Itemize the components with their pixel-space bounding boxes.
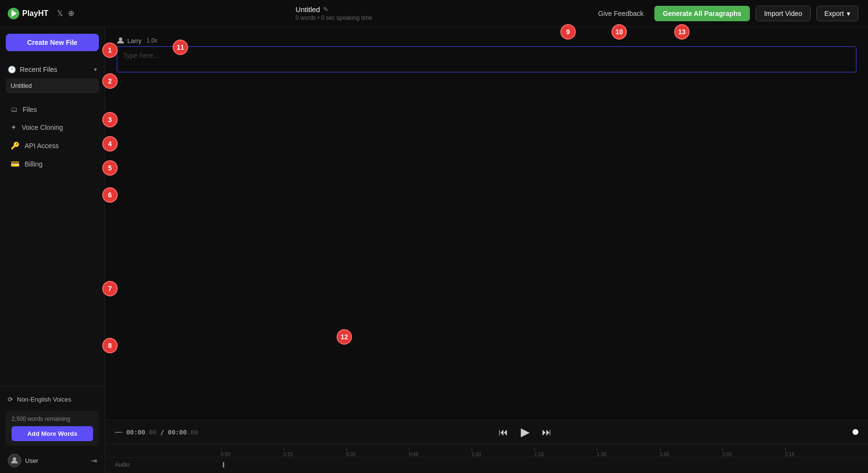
non-english-label: Non-English Voices — [17, 396, 71, 403]
app-logo-text: PlayHT — [22, 9, 48, 18]
skip-back-button[interactable]: ⏮ — [496, 426, 511, 439]
volume-control[interactable] — [853, 429, 858, 435]
timeline-marker: 0:15 — [284, 448, 346, 457]
edit-title-icon[interactable]: ✎ — [323, 6, 328, 13]
timeline-marker: 0:00 — [221, 448, 284, 457]
timeline-marker: 1:45 — [660, 448, 722, 457]
paragraph-block: Larry 1.0x — [117, 37, 856, 72]
voice-cloning-label: Voice Cloning — [22, 124, 63, 131]
transport-row: — 00:00.00 / 00:00.00 ⏮ ▶ ⏭ — [105, 420, 868, 444]
editor-area: Larry 1.0x — [105, 27, 868, 420]
skip-forward-button[interactable]: ⏭ — [539, 426, 555, 439]
audio-marker — [223, 462, 224, 468]
recent-files-section: 🕐 Recent Files ▾ Untitled — [0, 58, 105, 97]
timeline-row: 0:000:150:300:451:001:151:301:452:002:15 — [105, 444, 868, 458]
top-header: PlayHT 𝕏 ⊕ Untitled ✎ 0 words • 0 sec sp… — [0, 0, 868, 27]
timeline-marker: 2:00 — [722, 448, 785, 457]
import-video-button[interactable]: Import Video — [756, 6, 810, 21]
words-remaining-text: 2,500 words remaining — [12, 416, 93, 422]
time-current: 00:00 — [126, 429, 145, 436]
voice-selector[interactable]: Larry — [117, 37, 142, 44]
billing-label: Billing — [25, 160, 42, 168]
word-count: 0 words • 0 sec speaking time — [296, 14, 372, 21]
nav-item-api-access[interactable]: 🔑 API Access — [6, 137, 99, 154]
recent-file-item[interactable]: Untitled — [6, 78, 99, 93]
timeline-marker: 2:15 — [785, 448, 848, 457]
non-english-voices[interactable]: ⟳ Non-English Voices — [6, 392, 99, 407]
files-label: Files — [23, 106, 37, 113]
timeline-marker: 0:45 — [409, 448, 472, 457]
sidebar-nav: 🗂 Files ✦ Voice Cloning 🔑 API Access 💳 B… — [0, 97, 105, 177]
playht-logo: PlayHT — [8, 8, 48, 19]
time-display: 00:00.00 / 00:00.00 — [126, 429, 198, 436]
translate-icon: ⟳ — [8, 396, 13, 403]
twitter-icon[interactable]: 𝕏 — [57, 9, 63, 18]
minus-button[interactable]: — — [115, 428, 122, 436]
discord-icon[interactable]: ⊕ — [68, 9, 74, 18]
timeline-marker: 0:30 — [346, 448, 409, 457]
transport-controls: ⏮ ▶ ⏭ — [496, 424, 555, 440]
sidebar-bottom: ⟳ Non-English Voices 2,500 words remaini… — [0, 386, 105, 473]
content-area: Larry 1.0x — 00:00.00 / 00:00.00 — [105, 27, 868, 473]
logo-area: PlayHT 𝕏 ⊕ — [8, 8, 74, 19]
user-row: User ⇥ — [6, 450, 99, 467]
play-icon — [12, 10, 17, 17]
bottom-bar: — 00:00.00 / 00:00.00 ⏮ ▶ ⏭ — [105, 420, 868, 473]
nav-item-billing[interactable]: 💳 Billing — [6, 155, 99, 173]
feedback-button[interactable]: Give Feedback — [593, 7, 648, 20]
logo-circle — [8, 8, 19, 19]
time-ms-total: .00 — [187, 429, 198, 436]
time-separator: / — [160, 429, 168, 436]
play-pause-button[interactable]: ▶ — [518, 424, 532, 440]
paragraph-text-input[interactable] — [117, 46, 856, 72]
nav-item-files[interactable]: 🗂 Files — [6, 101, 99, 118]
time-ms-current: .00 — [145, 429, 156, 436]
svg-point-0 — [13, 458, 16, 461]
sidebar: Create New File 🕐 Recent Files ▾ Untitle… — [0, 27, 105, 473]
timeline-spacer — [105, 444, 221, 457]
social-icons: 𝕏 ⊕ — [57, 9, 74, 18]
header-actions: Give Feedback Generate All Paragraphs Im… — [593, 6, 858, 21]
sidebar-top: Create New File — [0, 27, 105, 58]
api-label: API Access — [25, 142, 59, 150]
recent-files-chevron: ▾ — [94, 66, 97, 73]
audio-label: Audio — [105, 461, 221, 468]
create-new-file-button[interactable]: Create New File — [6, 34, 99, 51]
transport-left: — 00:00.00 / 00:00.00 — [115, 428, 198, 436]
audio-track — [221, 460, 868, 470]
add-more-words-button[interactable]: Add More Words — [12, 426, 93, 441]
document-info: Untitled ✎ 0 words • 0 sec speaking time — [296, 5, 372, 21]
recent-files-header[interactable]: 🕐 Recent Files ▾ — [6, 63, 99, 76]
username: User — [25, 457, 38, 464]
title-row: Untitled ✎ — [296, 5, 372, 14]
user-info: User — [8, 454, 38, 467]
voice-cloning-icon: ✦ — [11, 123, 17, 132]
clock-icon: 🕐 — [8, 66, 16, 73]
nav-item-voice-cloning[interactable]: ✦ Voice Cloning — [6, 119, 99, 136]
transport-right — [853, 429, 858, 435]
timeline-marker: 1:15 — [534, 448, 597, 457]
api-icon: 🔑 — [11, 141, 20, 150]
recent-files-label: 🕐 Recent Files — [8, 66, 57, 73]
timeline-marker: 1:00 — [472, 448, 534, 457]
paragraph-header: Larry 1.0x — [117, 37, 856, 44]
files-icon: 🗂 — [11, 105, 18, 113]
time-total: 00:00 — [168, 429, 187, 436]
speed-badge[interactable]: 1.0x — [147, 37, 158, 44]
recent-files-text: Recent Files — [20, 66, 57, 73]
generate-all-button[interactable]: Generate All Paragraphs — [654, 6, 750, 21]
timeline-markers: 0:000:150:300:451:001:151:301:452:002:15 — [221, 444, 868, 457]
words-remaining-box: 2,500 words remaining Add More Words — [6, 411, 99, 446]
logout-icon[interactable]: ⇥ — [91, 456, 97, 465]
export-label: Export — [825, 10, 844, 17]
timeline-marker: 1:30 — [597, 448, 660, 457]
audio-row: Audio — [105, 458, 868, 472]
export-chevron: ▾ — [847, 10, 850, 17]
billing-icon: 💳 — [11, 160, 20, 168]
voice-name-text: Larry — [127, 37, 142, 44]
export-button[interactable]: Export ▾ — [816, 6, 858, 21]
document-title: Untitled — [296, 5, 320, 14]
main-body: Create New File 🕐 Recent Files ▾ Untitle… — [0, 27, 868, 473]
user-avatar — [8, 454, 21, 467]
svg-point-1 — [119, 38, 122, 41]
